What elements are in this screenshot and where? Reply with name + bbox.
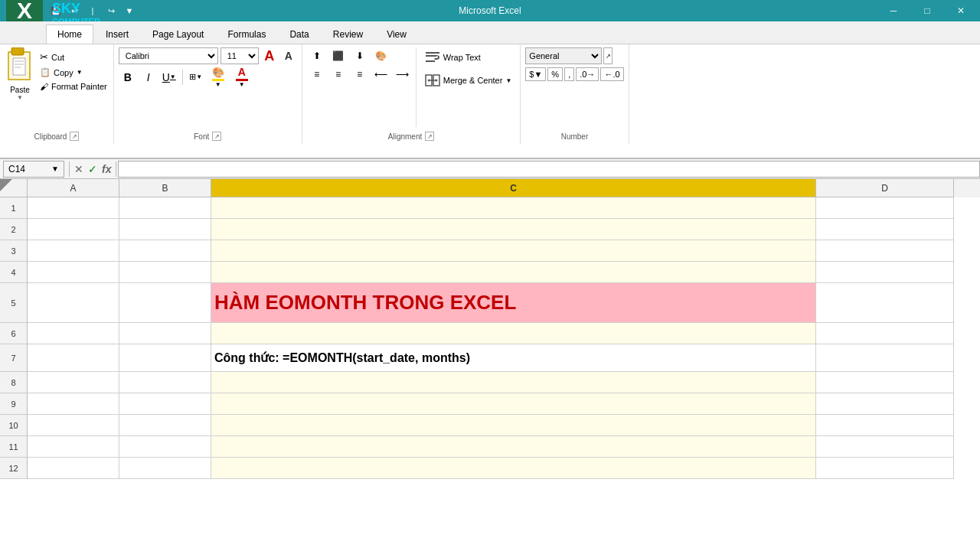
cell-b7[interactable] [119,344,211,372]
cell-c4[interactable] [211,262,816,283]
cell-a7[interactable] [28,344,119,372]
maximize-button[interactable]: □ [911,0,943,21]
cell-c6[interactable] [211,323,816,344]
cell-a2[interactable] [28,219,119,240]
italic-button[interactable]: I [139,68,158,86]
cell-b6[interactable] [119,323,211,344]
copy-dropdown-arrow[interactable]: ▼ [77,69,83,76]
paste-button[interactable]: Paste ▼ [5,47,35,101]
cell-b12[interactable] [119,458,211,479]
cell-d2[interactable] [816,219,954,240]
column-header-b[interactable]: B [119,179,211,197]
cell-d6[interactable] [816,323,954,344]
cell-c8[interactable] [211,372,816,393]
cell-b2[interactable] [119,219,211,240]
row-number-12[interactable]: 12 [0,458,28,479]
wrap-text-button[interactable]: Wrap Text [421,47,516,67]
tab-view[interactable]: View [375,24,418,44]
close-button[interactable]: ✕ [945,0,977,21]
cell-d1[interactable] [816,197,954,219]
decrease-decimal-button[interactable]: .0→ [576,67,599,81]
cell-b1[interactable] [119,197,211,219]
cell-a4[interactable] [28,262,119,283]
column-header-d[interactable]: D [816,179,954,197]
cell-a8[interactable] [28,372,119,393]
underline-dropdown[interactable]: ▼ [170,73,176,80]
alignment-expand-button[interactable]: ↗ [425,132,434,141]
underline-button[interactable]: U ▼ [160,68,178,86]
cell-b8[interactable] [119,372,211,393]
cell-b5[interactable] [119,283,211,323]
formula-function-button[interactable]: fx [102,163,111,175]
row-number-11[interactable]: 11 [0,436,28,458]
cell-d10[interactable] [816,415,954,436]
font-size-select[interactable]: 11 [220,47,259,64]
cell-b4[interactable] [119,262,211,283]
font-name-select[interactable]: Calibri [119,47,218,64]
align-left-button[interactable]: ≡ [307,66,327,83]
column-header-c[interactable]: C [211,179,816,197]
cell-a1[interactable] [28,197,119,219]
cell-d9[interactable] [816,393,954,415]
top-align-button[interactable]: ⬆ [307,47,327,64]
quick-access-dropdown[interactable]: ▼ [121,2,138,19]
font-shrink-button[interactable]: A [280,47,297,64]
cell-c11[interactable] [211,436,816,458]
number-expand-button[interactable]: ↗ [603,47,612,64]
font-color-dropdown[interactable]: ▼ [239,81,245,88]
align-center-button[interactable]: ≡ [328,66,348,83]
formula-input[interactable] [118,161,980,178]
currency-button[interactable]: $▼ [525,67,546,81]
tab-home[interactable]: Home [46,24,93,44]
column-header-a[interactable]: A [28,179,119,197]
cell-c9[interactable] [211,393,816,415]
cell-a11[interactable] [28,436,119,458]
formula-confirm-button[interactable]: ✓ [88,163,97,175]
window-controls[interactable]: ─ □ ✕ [877,0,977,21]
cell-d11[interactable] [816,436,954,458]
tab-data[interactable]: Data [278,24,320,44]
font-expand-button[interactable]: ↗ [212,132,221,141]
cell-a12[interactable] [28,458,119,479]
row-number-10[interactable]: 10 [0,415,28,436]
font-grow-button[interactable]: A [261,47,278,64]
font-color-button[interactable]: A ▼ [231,66,253,88]
tab-formulas[interactable]: Formulas [216,24,277,44]
format-painter-button[interactable]: 🖌 Format Painter [38,81,109,92]
tab-review[interactable]: Review [322,24,374,44]
bottom-align-button[interactable]: ⬇ [350,47,370,64]
row-number-6[interactable]: 6 [0,323,28,344]
cell-c3[interactable] [211,240,816,262]
cell-a10[interactable] [28,415,119,436]
copy-button[interactable]: 📋 Copy ▼ [38,67,109,78]
select-all-icon[interactable] [0,179,28,197]
cell-a3[interactable] [28,240,119,262]
number-format-select[interactable]: General [525,47,602,64]
decrease-indent-button[interactable]: ⟵ [371,66,391,83]
cell-d7[interactable] [816,344,954,372]
fill-color-dropdown[interactable]: ▼ [215,81,221,88]
cell-a5[interactable] [28,283,119,323]
row-number-5[interactable]: 5 [0,283,28,323]
cell-c12[interactable] [211,458,816,479]
clipboard-expand-button[interactable]: ↗ [70,132,79,141]
row-number-8[interactable]: 8 [0,372,28,393]
cell-c1[interactable] [211,197,816,219]
cell-c5[interactable]: HÀM EOMONTH TRONG EXCEL [211,283,816,323]
cell-c2[interactable] [211,219,816,240]
cell-ref-dropdown[interactable]: ▼ [51,165,59,173]
cell-c10[interactable] [211,415,816,436]
percent-button[interactable]: % [547,67,563,81]
comma-button[interactable]: , [564,67,574,81]
merge-center-dropdown[interactable]: ▼ [505,77,511,84]
cell-d4[interactable] [816,262,954,283]
row-number-9[interactable]: 9 [0,393,28,415]
cell-d12[interactable] [816,458,954,479]
bold-button[interactable]: B [119,68,137,86]
row-number-4[interactable]: 4 [0,262,28,283]
border-button[interactable]: ⊞ ▼ [187,68,205,86]
redo-button[interactable]: ↪ [103,2,119,19]
fill-decoration-button[interactable]: 🎨 [371,47,391,64]
tab-insert[interactable]: Insert [94,24,140,44]
row-number-7[interactable]: 7 [0,344,28,372]
